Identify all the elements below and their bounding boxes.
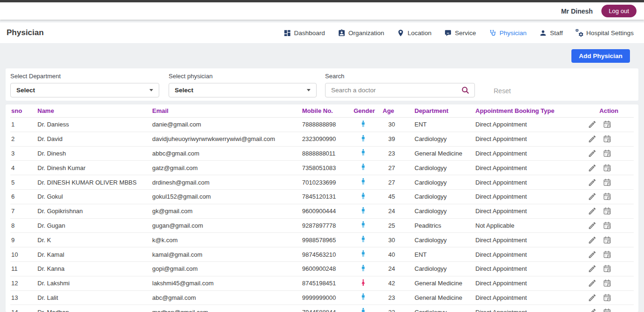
edit-pencil-icon[interactable] <box>588 120 597 129</box>
cell-mobile: 9999999000 <box>302 294 354 301</box>
edit-pencil-icon[interactable] <box>588 308 597 312</box>
service-icon <box>444 29 452 37</box>
schedule-calendar-icon[interactable] <box>603 221 612 230</box>
cell-department: Cardiologyy <box>415 179 475 186</box>
cell-mobile: 9600900444 <box>302 208 354 215</box>
cell-mobile: 9874563210 <box>302 251 354 258</box>
cell-gender <box>354 235 383 245</box>
cell-gender <box>354 149 383 158</box>
schedule-calendar-icon[interactable] <box>603 250 612 259</box>
cell-booking-type: Direct Appointment <box>475 280 588 287</box>
cell-booking-type: Not Applicable <box>475 222 588 229</box>
dashboard-icon <box>283 29 291 37</box>
cell-age: 30 <box>383 121 415 128</box>
cell-sno: 13 <box>10 294 37 301</box>
nav-item-service[interactable]: Service <box>444 29 476 37</box>
male-gender-icon <box>359 207 367 215</box>
organization-icon <box>338 29 346 37</box>
table-row: 14 Dr. Madhan madhan@gmail.com 794458884… <box>10 305 634 312</box>
col-header-department: Department <box>415 107 475 114</box>
nav-item-staff[interactable]: Staff <box>539 29 563 37</box>
schedule-calendar-icon[interactable] <box>603 279 612 288</box>
cell-action <box>588 120 634 129</box>
department-select[interactable]: Select <box>10 83 159 97</box>
col-header-booking-type: Appointment Booking Type <box>475 107 588 114</box>
cell-sno: 1 <box>10 121 37 128</box>
edit-pencil-icon[interactable] <box>588 207 597 215</box>
cell-mobile: 7358051083 <box>302 164 354 171</box>
edit-pencil-icon[interactable] <box>588 178 597 187</box>
schedule-calendar-icon[interactable] <box>603 207 612 215</box>
cell-department: Cardiologyy <box>415 208 475 215</box>
schedule-calendar-icon[interactable] <box>603 192 612 201</box>
toolbar-row: Add Physician <box>6 43 638 68</box>
table-row: 9 Dr. K k@k.com 9988578965 30 Cardiology… <box>10 233 634 247</box>
schedule-calendar-icon[interactable] <box>603 308 612 312</box>
schedule-calendar-icon[interactable] <box>603 293 612 302</box>
edit-pencil-icon[interactable] <box>588 264 597 273</box>
col-header-action: Action <box>588 107 634 114</box>
user-name: Mr Dinesh <box>561 7 593 15</box>
nav-item-location[interactable]: Location <box>397 29 431 37</box>
edit-pencil-icon[interactable] <box>588 134 597 143</box>
nav-item-dashboard[interactable]: Dashboard <box>283 29 325 37</box>
edit-pencil-icon[interactable] <box>588 279 597 288</box>
table-row: 10 Dr. Kamal kamal@gmail.com 9874563210 … <box>10 247 634 262</box>
schedule-calendar-icon[interactable] <box>603 134 612 143</box>
cell-email: davidjuheuoyriwyrwrwkwerrywiwi@gmail.com <box>152 135 302 142</box>
edit-pencil-icon[interactable] <box>588 163 597 172</box>
edit-pencil-icon[interactable] <box>588 250 597 259</box>
cell-age: 27 <box>383 164 415 171</box>
cell-age: 24 <box>383 265 415 272</box>
edit-pencil-icon[interactable] <box>588 293 597 302</box>
cell-mobile: 7944588844 <box>302 309 354 312</box>
nav-item-physician[interactable]: Physician <box>489 29 526 37</box>
nav-item-hospital-settings[interactable]: Hospital Settings <box>576 29 634 37</box>
cell-department: ENT <box>415 251 475 258</box>
edit-pencil-icon[interactable] <box>588 221 597 230</box>
cell-gender <box>354 307 383 312</box>
table-row: 8 Dr. Gugan gugan@gmail.com 9287897778 2… <box>10 219 634 233</box>
search-box <box>325 83 475 97</box>
cell-action <box>588 178 634 187</box>
cell-gender <box>354 264 383 274</box>
cell-mobile: 7845120131 <box>302 193 354 200</box>
schedule-calendar-icon[interactable] <box>603 178 612 187</box>
edit-pencil-icon[interactable] <box>588 149 597 158</box>
col-header-sno: sno <box>10 107 37 114</box>
page-content: Add Physician Select Department Select S… <box>0 43 644 312</box>
schedule-calendar-icon[interactable] <box>603 264 612 273</box>
cell-gender <box>354 120 383 129</box>
cell-email: abc@gmail.com <box>152 294 302 301</box>
search-icon[interactable] <box>461 86 470 95</box>
cell-sno: 7 <box>10 208 37 215</box>
logout-button[interactable]: Log out <box>601 5 637 17</box>
nav-label: Service <box>455 30 476 37</box>
add-physician-button[interactable]: Add Physician <box>571 49 630 63</box>
nav-items: Dashboard Organization Location Service <box>283 29 634 37</box>
schedule-calendar-icon[interactable] <box>603 163 612 172</box>
male-gender-icon <box>359 178 367 186</box>
reset-link[interactable]: Reset <box>494 87 511 95</box>
nav-label: Hospital Settings <box>586 30 634 37</box>
cell-email: danie@gmail.com <box>152 121 302 128</box>
col-header-age: Age <box>383 107 415 114</box>
male-gender-icon <box>359 149 367 156</box>
search-input[interactable] <box>331 87 461 94</box>
cell-gender <box>354 134 383 144</box>
edit-pencil-icon[interactable] <box>588 236 597 245</box>
schedule-calendar-icon[interactable] <box>603 120 612 129</box>
cell-sno: 2 <box>10 135 37 142</box>
nav-item-organization[interactable]: Organization <box>338 29 385 37</box>
cell-email: abbc@gmail.com <box>152 150 302 157</box>
table-row: 3 Dr. Dinesh abbc@gmail.com 8888888011 2… <box>10 147 634 161</box>
physician-filter: Select physician Select <box>169 73 317 97</box>
physician-select[interactable]: Select <box>169 83 317 97</box>
schedule-calendar-icon[interactable] <box>603 236 612 245</box>
schedule-calendar-icon[interactable] <box>603 149 612 158</box>
cell-age: 45 <box>383 193 415 200</box>
edit-pencil-icon[interactable] <box>588 192 597 201</box>
col-header-name: Name <box>37 107 152 114</box>
cell-email: gopi@gmail.com <box>152 265 302 272</box>
chevron-down-icon <box>149 89 153 91</box>
